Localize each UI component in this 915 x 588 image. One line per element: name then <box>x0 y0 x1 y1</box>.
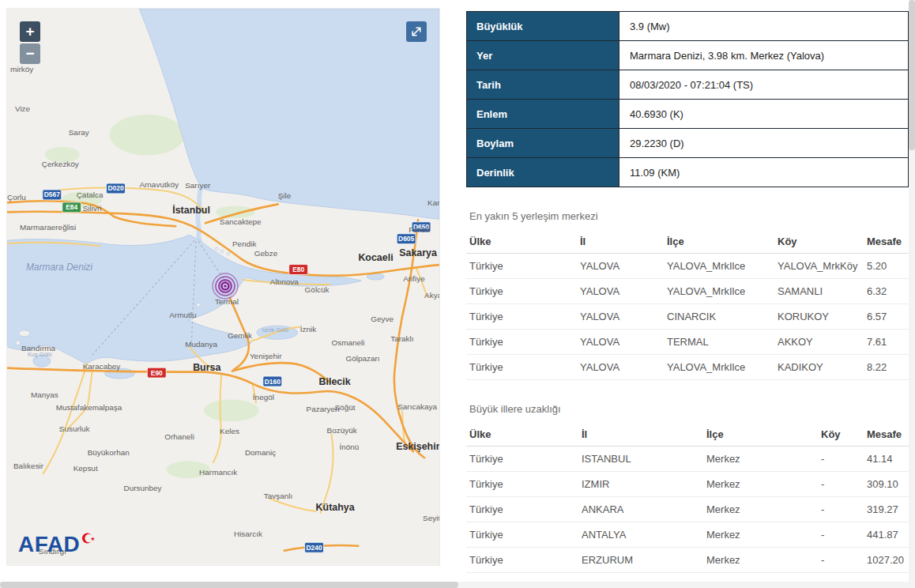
cell: IZMIR <box>578 472 703 497</box>
road-badge: E80 <box>289 265 308 275</box>
map-label: İznik <box>300 325 316 334</box>
cell: 309.10 <box>864 472 909 497</box>
cell: ERZURUM <box>578 548 703 573</box>
map-label: Tavşanlı <box>264 492 293 500</box>
cell: 441.87 <box>864 522 909 548</box>
map-label: Manyas <box>31 390 58 399</box>
map-label: İstanbul <box>172 204 210 216</box>
cell: 7.61 <box>864 330 909 355</box>
svg-text:★: ★ <box>91 536 96 541</box>
map-label: Gebze <box>254 249 278 258</box>
nearest-settlements-table: Ülke İl İlçe Köy Mesafe TürkiyeYALOVAYAL… <box>466 229 909 380</box>
map-label: Armutlu <box>169 311 196 319</box>
cell: YALOVA_MrkIlce <box>664 279 774 304</box>
map-label: Çatalca <box>77 190 104 199</box>
table-row: TürkiyeYALOVAYALOVA_MrkIlceYALOVA_MrkKöy… <box>466 254 909 279</box>
page: D567E84D020E80D650D605E90D160D240 mirköy… <box>0 0 915 588</box>
map-label: Osmaneli <box>331 338 364 347</box>
map-label: Arifiye <box>403 274 425 283</box>
detail-label: Boylam <box>467 129 619 158</box>
detail-value: 11.09 (KM) <box>619 158 909 187</box>
cell: 1027.20 <box>864 548 909 573</box>
detail-label: Enlem <box>467 100 619 129</box>
map-label: Silivri <box>83 204 102 213</box>
map-label: Saray <box>69 128 89 137</box>
map-label: Şile <box>278 191 292 200</box>
svg-text:E80: E80 <box>292 266 304 273</box>
column-header: Köy <box>774 229 864 254</box>
cell: Türkiye <box>466 472 578 497</box>
map-label: Eskişehir <box>396 441 439 452</box>
cell: Türkiye <box>466 304 577 330</box>
map-label: Kara <box>427 198 439 207</box>
cell: YALOVA <box>577 304 664 330</box>
cell: Türkiye <box>466 497 578 522</box>
epicenter-marker <box>213 273 238 299</box>
svg-text:E90: E90 <box>151 369 163 377</box>
table-row: TürkiyeISTANBULMerkez-41.14 <box>466 447 909 472</box>
map-label: Gölpazarı <box>345 354 379 363</box>
road-badge: D567 <box>43 190 62 200</box>
cell: ANKARA <box>578 497 703 522</box>
zoom-out-button[interactable]: − <box>20 43 40 64</box>
horizontal-scrollbar[interactable] <box>0 582 915 588</box>
cell: - <box>818 522 864 548</box>
cell: YALOVA <box>577 254 664 279</box>
map-label: Pendik <box>232 239 256 248</box>
cell: - <box>818 472 864 497</box>
cell: YALOVA_MrkIlce <box>664 355 774 380</box>
map-label: Mustafakemalpaşa <box>56 403 122 412</box>
column-header: Köy <box>818 422 864 447</box>
cell: 6.57 <box>864 304 909 330</box>
map-label: Karacabey <box>83 362 121 371</box>
afad-logo: AFAD ★ <box>18 533 96 556</box>
column-header: Ülke <box>466 229 577 254</box>
cell: ANTALYA <box>578 522 703 548</box>
detail-value: 08/03/2020 - 07:21:04 (TS) <box>619 70 909 100</box>
map-label: Marmaraereğlisi <box>20 223 76 232</box>
map-label: İnegöl <box>253 393 274 401</box>
cell: Merkez <box>703 522 818 548</box>
map-label: Vize <box>15 104 31 113</box>
map-label: Arnavutköy <box>139 180 179 189</box>
detail-value: 3.9 (Mw) <box>619 12 909 41</box>
map[interactable]: D567E84D020E80D650D605E90D160D240 mirköy… <box>7 9 439 565</box>
map-label: Kocaeli <box>358 252 393 263</box>
cell: KORUKOY <box>774 304 864 330</box>
earthquake-info-panel: Büyüklük3.9 (Mw) YerMarmara Denizi, 3.98… <box>466 11 909 573</box>
cell: SAMANLI <box>774 279 864 304</box>
cell: Türkiye <box>466 279 577 304</box>
road-badge: D605 <box>397 234 416 244</box>
fullscreen-button[interactable] <box>406 21 427 42</box>
zoom-in-button[interactable]: + <box>20 21 40 42</box>
map-label: Gemlik <box>228 331 252 340</box>
map-label: Kütahya <box>316 502 355 513</box>
table-row: TürkiyeYALOVACINARCIKKORUKOY6.57 <box>466 304 909 330</box>
table-row: TürkiyeYALOVATERMALAKKOY7.61 <box>466 330 909 355</box>
cell: KADIKOY <box>774 355 864 380</box>
detail-label: Derinlik <box>467 158 619 187</box>
map-label: Harmancık <box>199 468 237 477</box>
cell: YALOVA <box>577 330 664 355</box>
cell: CINARCIK <box>664 304 774 330</box>
map-label: Domaniç <box>245 448 276 457</box>
crescent-star-icon: ★ <box>81 531 96 545</box>
vertical-scrollbar[interactable] <box>909 0 915 588</box>
cities-section-title: Büyük illere uzaklığı <box>469 403 909 415</box>
major-cities-table: Ülke İl İlçe Köy Mesafe TürkiyeISTANBULM… <box>466 422 909 573</box>
map-label: Kuş Gölü <box>28 351 52 358</box>
map-label: Hisarcık <box>234 530 262 538</box>
road-badge: D240 <box>305 542 324 552</box>
road-badge: E84 <box>62 202 81 213</box>
horizontal-scrollbar-thumb[interactable] <box>0 582 458 588</box>
cell: Merkez <box>703 548 818 573</box>
table-row: TürkiyeANTALYAMerkez-441.87 <box>466 522 909 548</box>
cell: 41.14 <box>864 447 909 472</box>
cell: Türkiye <box>466 355 577 380</box>
map-label: İnönü <box>339 443 359 451</box>
map-label: Seyitg <box>423 514 439 522</box>
vertical-scrollbar-thumb[interactable] <box>909 0 915 150</box>
map-label: Pazaryeri <box>307 405 340 413</box>
map-label: İznik Gölü <box>262 326 288 334</box>
map-label: Yenişehir <box>250 352 282 360</box>
